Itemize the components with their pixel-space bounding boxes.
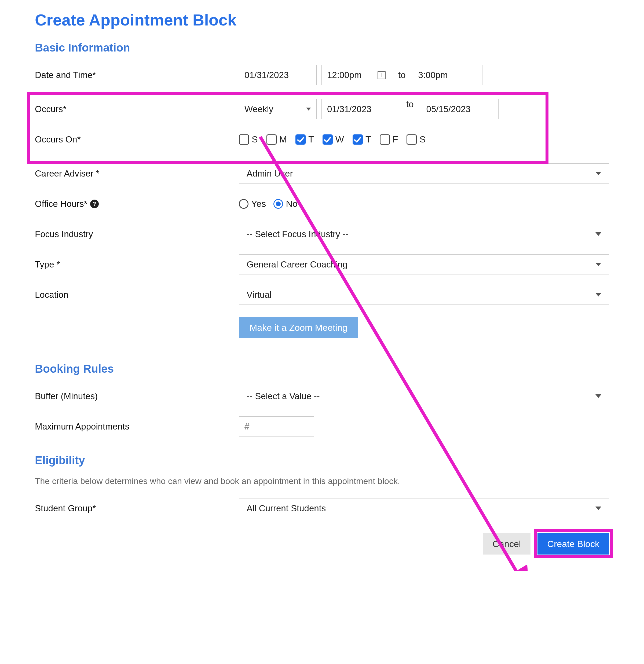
- checkbox-icon: [239, 134, 249, 145]
- eligibility-desc: The criteria below determines who can vi…: [35, 476, 609, 486]
- row-office-hours: Office Hours* ? Yes No: [35, 192, 609, 215]
- row-date-time: Date and Time* 01/31/2023 12:00pm to 3:0…: [35, 64, 609, 86]
- select-occurs-freq[interactable]: Weekly: [239, 99, 317, 119]
- label-type: Type *: [35, 260, 239, 270]
- checkbox-icon: [323, 134, 333, 145]
- select-location[interactable]: Virtual: [239, 285, 609, 305]
- row-location: Location Virtual: [35, 283, 609, 306]
- section-eligibility: Eligibility: [35, 454, 609, 467]
- input-start-time[interactable]: 12:00pm: [321, 65, 391, 85]
- office-hours-text: Office Hours*: [35, 199, 87, 209]
- day-label: F: [393, 134, 398, 145]
- button-row: Cancel Create Block: [35, 533, 609, 555]
- checkbox-icon: [353, 134, 363, 145]
- help-icon[interactable]: ?: [90, 200, 99, 208]
- day-checkbox[interactable]: F: [380, 134, 398, 145]
- row-adviser: Career Adviser * Admin User: [35, 162, 609, 185]
- caret-icon: [596, 232, 601, 236]
- caret-icon: [596, 394, 601, 398]
- radio-circle-checked: [273, 199, 283, 209]
- to-text: to: [398, 70, 406, 80]
- section-booking: Booking Rules: [35, 362, 609, 375]
- day-checkbox[interactable]: T: [295, 134, 314, 145]
- caret-icon: [306, 108, 311, 110]
- row-focus: Focus Industry -- Select Focus Industry …: [35, 223, 609, 246]
- label-student-group: Student Group*: [35, 503, 239, 514]
- form-container: Create Appointment Block Basic Informati…: [35, 11, 609, 555]
- label-buffer: Buffer (Minutes): [35, 391, 239, 401]
- checkbox-icon: [380, 134, 390, 145]
- checkbox-icon: [407, 134, 417, 145]
- select-adviser[interactable]: Admin User: [239, 163, 609, 184]
- input-max[interactable]: #: [239, 416, 314, 436]
- day-label: T: [366, 134, 371, 145]
- buffer-value: -- Select a Value --: [247, 391, 320, 401]
- adviser-value: Admin User: [247, 168, 293, 179]
- select-buffer[interactable]: -- Select a Value --: [239, 386, 609, 406]
- input-occurs-start[interactable]: 01/31/2023: [321, 99, 399, 119]
- section-basic-info: Basic Information: [35, 41, 609, 54]
- day-checkbox[interactable]: S: [407, 134, 425, 145]
- day-label: W: [335, 134, 344, 145]
- create-block-button[interactable]: Create Block: [538, 533, 609, 555]
- radio-circle: [239, 199, 248, 209]
- to-text-2: to: [406, 99, 414, 109]
- label-occurs-on: Occurs On*: [35, 134, 239, 145]
- radio-yes[interactable]: Yes: [239, 199, 266, 209]
- occurs-freq-text: Weekly: [245, 104, 273, 114]
- select-type[interactable]: General Career Coaching: [239, 254, 609, 274]
- group-value: All Current Students: [247, 503, 326, 514]
- row-occurs: Occurs* Weekly 01/31/2023 to 05/15/2023: [35, 98, 609, 121]
- radio-office-hours: Yes No: [239, 199, 297, 209]
- clock-icon: [377, 71, 386, 79]
- caret-icon: [596, 263, 601, 266]
- label-adviser: Career Adviser *: [35, 168, 239, 179]
- day-checkbox[interactable]: S: [239, 134, 258, 145]
- page-title: Create Appointment Block: [35, 11, 609, 29]
- row-student-group: Student Group* All Current Students: [35, 497, 609, 520]
- day-checkbox[interactable]: W: [323, 134, 344, 145]
- radio-no-label: No: [286, 199, 297, 209]
- caret-icon: [596, 293, 601, 296]
- create-block-wrap: Create Block: [538, 533, 609, 555]
- days-checkbox-row: SMTWTFS: [239, 134, 425, 145]
- label-focus: Focus Industry: [35, 229, 239, 239]
- occurs-block: Occurs* Weekly 01/31/2023 to 05/15/2023 …: [35, 94, 609, 162]
- type-value: General Career Coaching: [247, 260, 348, 270]
- select-focus[interactable]: -- Select Focus Industry --: [239, 224, 609, 244]
- end-time-text: 3:00pm: [418, 70, 448, 80]
- input-end-time[interactable]: 3:00pm: [413, 65, 482, 85]
- start-time-text: 12:00pm: [327, 70, 361, 80]
- day-label: S: [419, 134, 425, 145]
- radio-yes-label: Yes: [251, 199, 266, 209]
- focus-value: -- Select Focus Industry --: [247, 229, 349, 239]
- label-location: Location: [35, 290, 239, 300]
- row-buffer: Buffer (Minutes) -- Select a Value --: [35, 385, 609, 408]
- day-label: S: [252, 134, 258, 145]
- label-date-time: Date and Time*: [35, 70, 239, 80]
- zoom-meeting-button[interactable]: Make it a Zoom Meeting: [239, 317, 358, 338]
- day-label: T: [308, 134, 314, 145]
- label-office-hours: Office Hours* ?: [35, 199, 239, 209]
- row-max: Maximum Appointments #: [35, 415, 609, 438]
- caret-icon: [596, 172, 601, 175]
- input-date[interactable]: 01/31/2023: [239, 65, 317, 85]
- row-occurs-on: Occurs On* SMTWTFS: [35, 128, 609, 151]
- label-max: Maximum Appointments: [35, 421, 239, 432]
- day-checkbox[interactable]: M: [267, 134, 287, 145]
- location-value: Virtual: [247, 290, 272, 300]
- day-checkbox[interactable]: T: [353, 134, 371, 145]
- checkbox-icon: [295, 134, 306, 145]
- label-occurs: Occurs*: [35, 104, 239, 114]
- select-student-group[interactable]: All Current Students: [239, 498, 609, 518]
- day-label: M: [279, 134, 287, 145]
- caret-icon: [596, 506, 601, 510]
- input-occurs-end[interactable]: 05/15/2023: [421, 99, 499, 119]
- cancel-button[interactable]: Cancel: [483, 533, 531, 555]
- checkbox-icon: [267, 134, 277, 145]
- radio-no[interactable]: No: [273, 199, 297, 209]
- row-type: Type * General Career Coaching: [35, 253, 609, 276]
